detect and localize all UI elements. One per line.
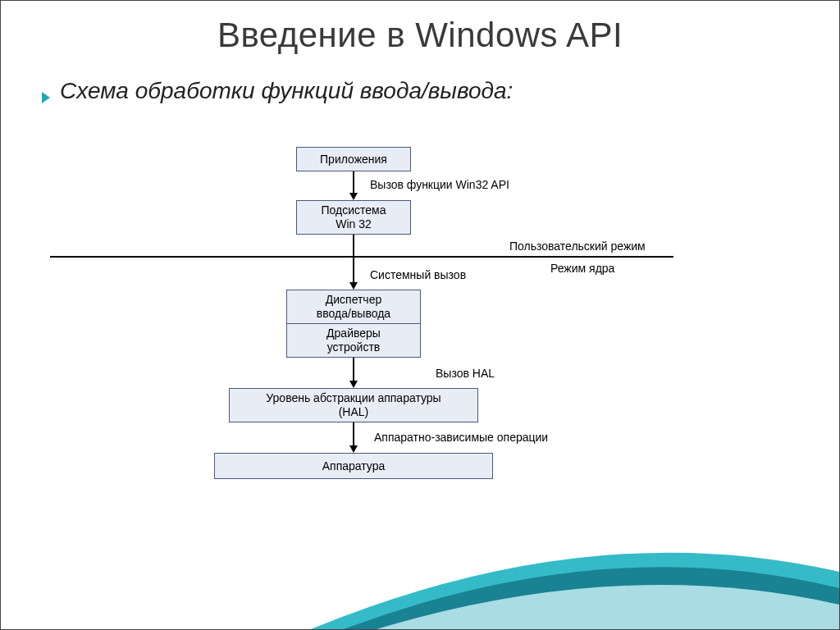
slide: Введение в Windows API Схема обработки ф…	[0, 0, 840, 630]
decorative-swoosh	[0, 531, 839, 629]
connector-line	[353, 171, 354, 194]
label-kernel-mode: Режим ядра	[550, 262, 614, 275]
connector-line	[353, 235, 354, 256]
label-system-call: Системный вызов	[370, 268, 466, 281]
label-call-win32: Вызов функции Win32 API	[370, 178, 509, 191]
arrow-down-icon	[349, 193, 358, 200]
label-call-hal: Вызов HAL	[436, 367, 495, 380]
slide-title: Введение в Windows API	[1, 16, 839, 55]
bullet-row: Схема обработки функций ввода/вывода:	[42, 78, 839, 104]
connector-line	[353, 256, 354, 284]
label-hw-ops: Аппаратно-зависимые операции	[374, 431, 548, 444]
arrow-down-icon	[349, 381, 358, 388]
subtitle-text: Схема обработки функций ввода/вывода:	[60, 78, 513, 104]
arrow-down-icon	[349, 445, 358, 453]
box-hardware: Аппаратура	[214, 453, 493, 479]
box-win32-subsystem: Подсистема Win 32	[296, 200, 411, 235]
connector-line	[353, 422, 354, 447]
connector-line	[353, 358, 354, 382]
triangle-bullet-icon	[42, 92, 50, 103]
arrow-down-icon	[349, 282, 358, 290]
box-io-manager: Диспетчер ввода/вывода	[286, 290, 421, 324]
box-applications: Приложения	[296, 147, 411, 171]
label-user-mode: Пользовательский режим	[509, 240, 646, 253]
box-device-drivers: Драйверы устройств	[286, 323, 421, 358]
mode-divider-line	[50, 256, 673, 258]
box-hal: Уровень абстракции аппаратуры (HAL)	[229, 388, 478, 422]
